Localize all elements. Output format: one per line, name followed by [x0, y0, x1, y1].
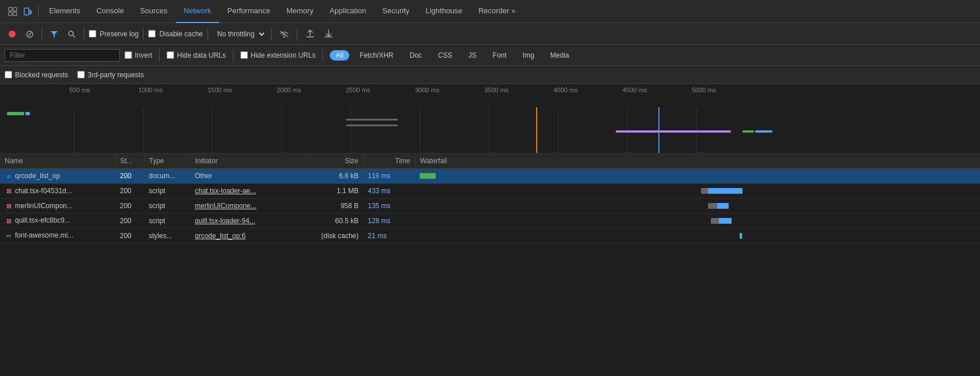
filter-all-button[interactable]: All	[330, 50, 349, 61]
sep-f2	[233, 49, 233, 62]
search-icon-button[interactable]	[64, 27, 79, 42]
svg-rect-1	[13, 7, 17, 11]
import-icon[interactable]	[302, 26, 318, 42]
tab-memory[interactable]: Memory	[278, 0, 322, 23]
svg-rect-5	[30, 10, 31, 14]
cell-name: ≡qrcode_list_op	[0, 169, 115, 184]
svg-rect-0	[9, 7, 12, 11]
hide-data-urls-checkbox[interactable]	[167, 51, 174, 59]
filter-img-button[interactable]: Img	[517, 50, 540, 61]
filter-js-button[interactable]: JS	[463, 50, 483, 61]
cell-initiator[interactable]: chat.tsx-loader-ae...	[190, 183, 306, 198]
cell-name: ✏font-awesome.mi...	[0, 228, 115, 243]
tab-network[interactable]: Network	[176, 0, 220, 23]
table-row[interactable]: ⊠chat.tsx-f04531d...200scriptchat.tsx-lo…	[0, 183, 980, 198]
tab-application[interactable]: Application	[322, 0, 375, 23]
cell-size: 958 B	[306, 198, 363, 213]
col-waterfall[interactable]: Waterfall	[415, 153, 980, 169]
filter-doc-button[interactable]: Doc	[404, 50, 428, 61]
waterfall-bar	[708, 188, 742, 194]
inspect-icon[interactable]	[7, 6, 18, 17]
cell-time: 116 ms	[363, 169, 415, 184]
script-icon: ⊠	[5, 187, 13, 195]
separator-6	[297, 28, 297, 40]
invert-label[interactable]: Invert	[125, 51, 152, 59]
devtools-icons	[2, 6, 39, 17]
waterfall-bar	[420, 173, 436, 179]
cell-initiator[interactable]: Other	[190, 169, 306, 184]
tl-label-1500: 1500 ms	[208, 87, 232, 93]
invert-checkbox[interactable]	[125, 51, 132, 59]
svg-point-8	[69, 31, 73, 36]
cell-initiator[interactable]: quill.tsx-loader-94...	[190, 213, 306, 228]
cell-size: (disk cache)	[306, 228, 363, 243]
cell-time: 21 ms	[363, 228, 415, 243]
blocked-requests-checkbox[interactable]	[5, 71, 12, 78]
timeline-area: 500 ms 1000 ms 1500 ms 2000 ms 2500 ms 3…	[0, 84, 980, 153]
throttling-select[interactable]: No throttling	[213, 28, 266, 40]
cell-waterfall	[415, 183, 980, 198]
tab-performance[interactable]: Performance	[219, 0, 278, 23]
preserve-log-label[interactable]: Preserve log	[89, 30, 138, 38]
clear-button[interactable]: ⊘	[22, 27, 37, 42]
cell-type: docum...	[144, 169, 190, 184]
col-size[interactable]: Size	[306, 153, 363, 169]
tab-lighthouse[interactable]: Lighthouse	[417, 0, 470, 23]
device-icon[interactable]	[22, 6, 33, 17]
table-row[interactable]: ≡qrcode_list_op200docum...Other6.6 kB116…	[0, 169, 980, 184]
tl-bar-blue-start	[25, 112, 30, 115]
filter-input[interactable]	[5, 49, 120, 62]
filter-media-button[interactable]: Media	[545, 50, 575, 61]
cell-initiator[interactable]: merlinUICompone...	[190, 198, 306, 213]
waterfall-bar	[717, 203, 729, 209]
hide-ext-urls-checkbox[interactable]	[240, 51, 248, 59]
filter-icon-button[interactable]	[47, 27, 62, 42]
table-row[interactable]: ⊠merlinUICompon...200scriptmerlinUICompo…	[0, 198, 980, 213]
cell-initiator[interactable]: qrcode_list_op:6	[190, 228, 306, 243]
timeline-labels: 500 ms 1000 ms 1500 ms 2000 ms 2500 ms 3…	[0, 84, 980, 96]
filter-row: Invert Hide data URLs Hide extension URL…	[0, 45, 980, 66]
disable-cache-label[interactable]: Disable cache	[148, 30, 202, 38]
gridline-3000	[420, 107, 420, 153]
waterfall-bar	[740, 233, 742, 239]
tab-security[interactable]: Security	[374, 0, 417, 23]
svg-point-6	[9, 31, 16, 37]
tab-elements[interactable]: Elements	[41, 0, 88, 23]
tl-bar-gray-2	[346, 125, 398, 126]
col-time[interactable]: Time	[363, 153, 415, 169]
export-icon[interactable]	[321, 26, 337, 42]
blocked-requests-label[interactable]: Blocked requests	[5, 71, 68, 79]
hide-data-urls-label[interactable]: Hide data URLs	[167, 51, 226, 59]
cell-name: ⊠merlinUICompon...	[0, 198, 115, 213]
table-row[interactable]: ✏font-awesome.mi...200styles...qrcode_li…	[0, 228, 980, 243]
record-button[interactable]	[5, 27, 20, 42]
tab-sources[interactable]: Sources	[132, 0, 176, 23]
table-row[interactable]: ⊠quill.tsx-efc8bc9...200scriptquill.tsx-…	[0, 213, 980, 228]
cell-type: script	[144, 183, 190, 198]
svg-rect-4	[24, 8, 29, 15]
filter-font-button[interactable]: Font	[487, 50, 512, 61]
doc-icon: ≡	[5, 172, 13, 181]
timeline-blue-line	[658, 107, 659, 153]
tl-bar-blue-right	[755, 130, 772, 133]
disable-cache-checkbox[interactable]	[148, 30, 156, 37]
tab-console[interactable]: Console	[88, 0, 132, 23]
network-conditions-icon[interactable]	[276, 26, 292, 42]
col-status[interactable]: St...	[115, 153, 144, 169]
cell-status: 200	[115, 228, 144, 243]
tl-bar-gray-1	[346, 119, 398, 121]
tl-label-2000: 2000 ms	[277, 87, 301, 93]
hide-ext-urls-label[interactable]: Hide extension URLs	[240, 51, 316, 59]
filter-css-button[interactable]: CSS	[432, 50, 458, 61]
cell-waterfall	[415, 213, 980, 228]
third-party-checkbox[interactable]	[77, 71, 85, 78]
preserve-log-checkbox[interactable]	[89, 30, 96, 37]
font-icon: ✏	[5, 232, 13, 240]
filter-fetchxhr-button[interactable]: Fetch/XHR	[354, 50, 399, 61]
tab-recorder[interactable]: Recorder »	[470, 0, 523, 23]
col-name[interactable]: Name	[0, 153, 115, 169]
col-initiator[interactable]: Initiator	[190, 153, 306, 169]
col-type[interactable]: Type	[144, 153, 190, 169]
separator-3	[143, 28, 144, 40]
third-party-label[interactable]: 3rd-party requests	[77, 71, 144, 79]
